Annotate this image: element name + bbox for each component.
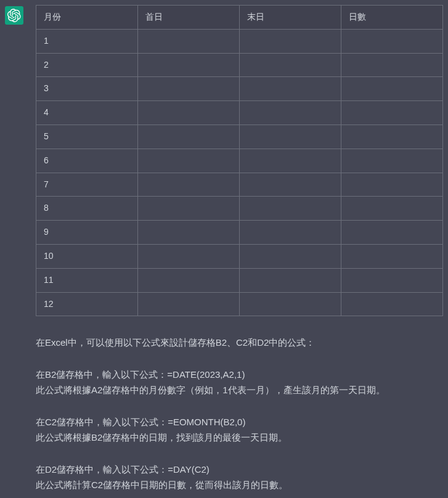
b2-description: 此公式將根據A2儲存格中的月份數字（例如，1代表一月），產生該月的第一天日期。 bbox=[36, 385, 385, 395]
table-cell: 12 bbox=[36, 292, 138, 316]
table-cell bbox=[341, 173, 443, 197]
intro-text: 在Excel中，可以使用以下公式來設計儲存格B2、C2和D2中的公式： bbox=[36, 337, 315, 348]
c2-formula: 在C2儲存格中，輸入以下公式：=EOMONTH(B2,0) bbox=[36, 417, 245, 427]
table-cell: 2 bbox=[36, 53, 138, 77]
table-row: 12 bbox=[36, 292, 443, 316]
table-cell bbox=[240, 149, 341, 173]
table-cell: 4 bbox=[36, 101, 138, 125]
table-cell bbox=[240, 244, 341, 268]
b2-formula: 在B2儲存格中，輸入以下公式：=DATE(2023,A2,1) bbox=[36, 369, 245, 380]
table-row: 4 bbox=[36, 101, 443, 125]
table-row: 6 bbox=[36, 149, 443, 173]
b2-paragraph: 在B2儲存格中，輸入以下公式：=DATE(2023,A2,1) 此公式將根據A2… bbox=[36, 367, 443, 398]
table-cell: 5 bbox=[36, 124, 138, 149]
table-cell bbox=[240, 292, 341, 316]
c2-description: 此公式將根據B2儲存格中的日期，找到該月的最後一天日期。 bbox=[36, 432, 287, 443]
table-cell bbox=[240, 29, 341, 53]
d2-description: 此公式將計算C2儲存格中日期的日數，從而得出該月的日數。 bbox=[36, 480, 288, 490]
table-cell: 1 bbox=[36, 29, 138, 53]
header-first-day: 首日 bbox=[138, 6, 240, 30]
table-cell bbox=[341, 197, 443, 221]
table-cell bbox=[341, 149, 443, 173]
table-cell bbox=[138, 29, 240, 53]
table-cell: 11 bbox=[36, 268, 138, 292]
table-cell bbox=[138, 124, 240, 149]
table-row: 5 bbox=[36, 124, 443, 149]
table-cell bbox=[240, 197, 341, 221]
chatgpt-avatar bbox=[5, 6, 23, 25]
table-row: 3 bbox=[36, 77, 443, 101]
header-last-day: 末日 bbox=[240, 6, 341, 30]
header-month: 月份 bbox=[36, 6, 138, 30]
table-cell bbox=[341, 101, 443, 125]
table-cell bbox=[138, 292, 240, 316]
table-cell: 6 bbox=[36, 149, 138, 173]
table-cell bbox=[341, 29, 443, 53]
table-cell: 8 bbox=[36, 197, 138, 221]
table-row: 1 bbox=[36, 29, 443, 53]
table-row: 11 bbox=[36, 268, 443, 292]
table-cell bbox=[240, 124, 341, 149]
table-cell bbox=[138, 221, 240, 245]
table-cell bbox=[341, 221, 443, 245]
table-cell bbox=[341, 268, 443, 292]
response-content: 月份 首日 末日 日數 123456789101112 在Excel中，可以使用… bbox=[36, 5, 443, 498]
table-cell: 9 bbox=[36, 221, 138, 245]
intro-paragraph: 在Excel中，可以使用以下公式來設計儲存格B2、C2和D2中的公式： bbox=[36, 335, 443, 351]
table-header-row: 月份 首日 末日 日數 bbox=[36, 6, 443, 30]
d2-paragraph: 在D2儲存格中，輸入以下公式：=DAY(C2) 此公式將計算C2儲存格中日期的日… bbox=[36, 462, 443, 493]
table-row: 7 bbox=[36, 173, 443, 197]
table-cell bbox=[138, 173, 240, 197]
table-cell bbox=[138, 77, 240, 101]
table-cell bbox=[341, 244, 443, 268]
table-cell bbox=[240, 268, 341, 292]
table-cell bbox=[240, 173, 341, 197]
table-cell bbox=[240, 77, 341, 101]
message-container: 月份 首日 末日 日數 123456789101112 在Excel中，可以使用… bbox=[0, 0, 448, 498]
table-cell bbox=[138, 268, 240, 292]
table-row: 2 bbox=[36, 53, 443, 77]
table-cell bbox=[341, 77, 443, 101]
table-cell: 10 bbox=[36, 244, 138, 268]
table-cell bbox=[240, 53, 341, 77]
table-cell bbox=[138, 197, 240, 221]
openai-logo-icon bbox=[7, 9, 21, 22]
table-cell bbox=[138, 101, 240, 125]
table-cell bbox=[138, 53, 240, 77]
table-cell bbox=[138, 244, 240, 268]
c2-paragraph: 在C2儲存格中，輸入以下公式：=EOMONTH(B2,0) 此公式將根據B2儲存… bbox=[36, 414, 443, 446]
d2-formula: 在D2儲存格中，輸入以下公式：=DAY(C2) bbox=[36, 464, 210, 475]
table-cell bbox=[341, 292, 443, 316]
table-cell: 3 bbox=[36, 77, 138, 101]
table-cell bbox=[240, 101, 341, 125]
table-row: 9 bbox=[36, 221, 443, 245]
header-days: 日數 bbox=[341, 6, 443, 30]
table-cell bbox=[341, 124, 443, 149]
table-cell bbox=[341, 53, 443, 77]
table-cell bbox=[240, 221, 341, 245]
table-row: 8 bbox=[36, 197, 443, 221]
months-table: 月份 首日 末日 日數 123456789101112 bbox=[36, 5, 443, 316]
table-cell bbox=[138, 149, 240, 173]
table-cell: 7 bbox=[36, 173, 138, 197]
table-row: 10 bbox=[36, 244, 443, 268]
